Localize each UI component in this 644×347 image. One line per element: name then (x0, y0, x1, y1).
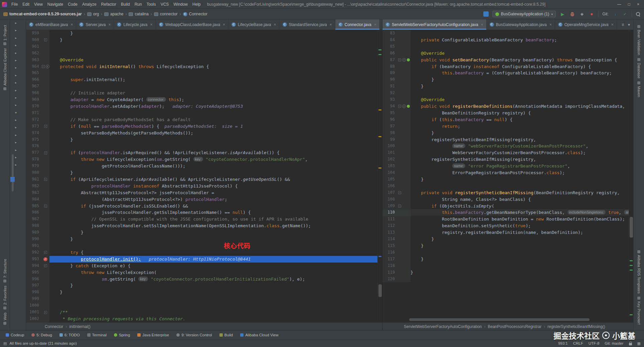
tool-window-bar-spring[interactable]: Spring (111, 332, 133, 338)
line-number[interactable]: 90 (382, 76, 397, 83)
tool-window-button-2-favorites[interactable]: 2: Favorites (3, 286, 7, 309)
gutter[interactable] (397, 30, 411, 37)
line-number[interactable]: 972 (26, 116, 41, 123)
gutter[interactable] (41, 282, 49, 289)
gutter[interactable] (397, 169, 411, 176)
minimize-button[interactable]: — (617, 2, 621, 7)
tab-ServletWebServerFactoryAutoConfiguration.java[interactable]: CServletWebServerFactoryAutoConfiguratio… (382, 19, 487, 30)
gutter[interactable] (397, 243, 411, 249)
gutter[interactable] (397, 90, 411, 96)
tool-window-button-web[interactable]: Web (3, 313, 7, 325)
right-code-line-90[interactable]: 90 } (382, 76, 633, 83)
right-code-line-99[interactable]: 99 registerSyntheticBeanIfMissing(regist… (382, 136, 633, 143)
line-number[interactable]: 97 (382, 123, 397, 130)
tab-StandardService.java[interactable]: CStandardService.java× (280, 19, 335, 30)
close-icon[interactable]: × (108, 22, 111, 27)
tool-window-button-alibaba-cloud-explorer[interactable]: Alibaba Cloud Explorer (3, 48, 7, 90)
chevron-down-icon[interactable]: ▾ (626, 22, 632, 27)
tool-window-bar-terminal[interactable]: Terminal (84, 332, 110, 338)
tool-window-button-database[interactable]: Database (637, 58, 641, 78)
scrollbar-thumb[interactable] (630, 217, 633, 238)
close-icon[interactable]: × (374, 22, 376, 27)
line-number[interactable]: 999 (26, 296, 41, 302)
line-number[interactable]: 991 (26, 243, 41, 249)
line-number[interactable]: 120 (382, 276, 397, 283)
fold-icon[interactable]: - (42, 65, 45, 68)
tab-LifecycleBase.java[interactable]: CLifecycleBase.java× (228, 19, 279, 30)
line-number[interactable]: 117 (382, 256, 397, 263)
gutter[interactable]: - (41, 249, 49, 256)
line-number[interactable]: 978 (26, 156, 41, 163)
fold-icon[interactable]: - (398, 105, 401, 108)
breadcrumb-item[interactable]: CConnector (183, 12, 207, 16)
spring-bean-icon[interactable] (407, 105, 410, 108)
right-code-line-106[interactable]: 106 (382, 183, 633, 190)
close-icon[interactable]: × (549, 22, 552, 27)
line-number[interactable]: 980 (26, 169, 41, 176)
tree-toggle-icon[interactable]: ▸ (10, 146, 26, 154)
maximize-button[interactable]: □ (628, 2, 630, 7)
line-number[interactable]: 89 (382, 70, 397, 76)
tree-toggle-icon[interactable]: ▸ (10, 79, 26, 86)
left-code-line-995[interactable]: 995 throw new LifecycleException( (26, 269, 382, 276)
override-method-icon[interactable]: ↑ (402, 58, 406, 62)
menu-vcs[interactable]: VCS (158, 1, 171, 8)
line-number[interactable]: 966 (26, 76, 41, 83)
left-code-line-989[interactable]: 989 } (26, 229, 382, 236)
left-code-line-968[interactable]: 968 // Initialize adapter (26, 90, 382, 96)
menu-window[interactable]: Window (171, 1, 190, 8)
gutter[interactable] (397, 136, 411, 143)
fold-icon[interactable]: - (44, 251, 47, 254)
left-code-line-1002[interactable]: 1002 * Begin processing requests via thi… (26, 316, 382, 322)
tool-window-bar-build[interactable]: Build (216, 332, 236, 338)
line-number[interactable]: 111 (382, 216, 397, 223)
hidden-tabs-icon[interactable]: ≡ (620, 22, 626, 27)
fold-icon[interactable]: - (44, 125, 47, 128)
line-separator[interactable]: CRLF (573, 341, 583, 345)
gutter[interactable] (397, 209, 411, 216)
line-number[interactable]: 970 (26, 103, 41, 110)
tool-window-bar-vcs[interactable]: 9: Version Control (173, 332, 215, 338)
right-code-line-88[interactable]: 88 if (beanFactory instanceof Configurab… (382, 63, 633, 70)
breadcrumb-item[interactable]: initInternal() (69, 324, 90, 329)
right-code-line-107[interactable]: 107- private void registerSyntheticBeanI… (382, 190, 633, 196)
line-number[interactable]: 92 (382, 90, 397, 96)
line-number[interactable]: 967 (26, 83, 41, 90)
line-number[interactable]: 1002 (26, 316, 41, 322)
left-code-line-964[interactable]: 964-↑ protected void initInternal() thro… (26, 63, 382, 70)
menu-edit[interactable]: Edit (20, 1, 32, 8)
right-code-line-108[interactable]: 108 String name, Class<?> beanClass) { (382, 196, 633, 203)
project-scrollbar[interactable] (12, 154, 14, 192)
gutter[interactable]: - (41, 309, 49, 316)
line-number[interactable]: 98 (382, 130, 397, 136)
fold-icon[interactable]: - (398, 205, 401, 208)
breadcrumb-item[interactable]: org (87, 12, 99, 16)
line-number[interactable]: 107 (382, 190, 397, 196)
gutter[interactable] (41, 223, 49, 229)
gutter[interactable] (397, 156, 411, 163)
gutter[interactable] (397, 70, 411, 76)
menu-run[interactable]: Run (132, 1, 144, 8)
left-code-line-999[interactable]: 999 (26, 296, 382, 302)
code-editor-left[interactable]: 959 }960- }961962963 @Override964-↑ prot… (26, 30, 382, 322)
tab-Server.java[interactable]: CServer.java× (76, 19, 114, 30)
gutter[interactable]: -↑ (397, 103, 411, 110)
tree-toggle-icon[interactable]: ▸ (10, 116, 26, 124)
line-number[interactable]: 112 (382, 223, 397, 229)
stop-button[interactable]: ■ (589, 11, 595, 17)
coverage-button[interactable]: ◈ (579, 11, 585, 17)
line-number[interactable]: 105 (382, 176, 397, 183)
right-code-line-118[interactable]: 118 (382, 263, 633, 269)
line-number[interactable]: 994 (26, 263, 41, 269)
tree-toggle-icon[interactable]: ▸ (10, 34, 26, 42)
tree-toggle-icon[interactable]: ▸ (10, 49, 26, 57)
tree-toggle-icon[interactable]: ▸ (10, 131, 26, 139)
left-code-line-1001[interactable]: 1001- /** (26, 309, 382, 316)
gutter[interactable]: -↑ (397, 57, 411, 63)
gutter[interactable] (41, 156, 49, 163)
left-code-line-972[interactable]: 972 // Make sure parseBodyMethodsSet has… (26, 116, 382, 123)
left-code-line-974[interactable]: 974 setParseBodyMethods(getParseBodyMeth… (26, 130, 382, 136)
right-code-line-117[interactable]: 117 } (382, 256, 633, 263)
left-code-line-986[interactable]: 986 jsseProtocolHandler.getSslImplementa… (26, 209, 382, 216)
line-number[interactable]: 993 (26, 256, 41, 263)
